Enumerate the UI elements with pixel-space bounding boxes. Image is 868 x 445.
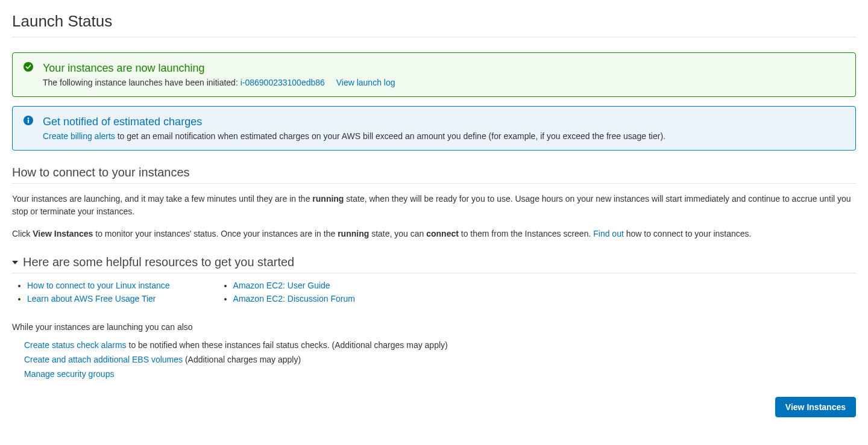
billing-info-alert: Get notified of estimated charges Create… (12, 106, 856, 151)
connect-paragraph-2: Click View Instances to monitor your ins… (12, 228, 856, 240)
connect-paragraph-1: Your instances are launching, and it may… (12, 193, 856, 218)
view-launch-log-link[interactable]: View launch log (336, 78, 395, 87)
success-body-prefix: The following instance launches have bee… (43, 78, 241, 87)
info-body-suffix: to get an email notification when estima… (115, 131, 665, 141)
success-alert-title: Your instances are now launching (43, 62, 843, 75)
resources-columns: How to connect to your Linux instance Le… (12, 281, 856, 307)
footer-actions: View Instances (12, 397, 856, 417)
create-status-check-alarms-link[interactable]: Create status check alarms (24, 340, 127, 350)
create-billing-alerts-link[interactable]: Create billing alerts (43, 131, 115, 141)
action-item-security-groups: Manage security groups (24, 369, 856, 379)
while-launching-intro: While your instances are launching you c… (12, 322, 856, 332)
resource-link-linux-connect[interactable]: How to connect to your Linux instance (27, 281, 170, 290)
info-alert-title: Get notified of estimated charges (43, 116, 843, 128)
create-ebs-volumes-link[interactable]: Create and attach additional EBS volumes (24, 355, 183, 364)
instance-id-link[interactable]: i-086900233100edb86 (241, 78, 325, 87)
view-instances-button[interactable]: View Instances (775, 397, 856, 417)
page-title: Launch Status (12, 12, 856, 37)
resources-col-2: Amazon EC2: User Guide Amazon EC2: Discu… (218, 281, 355, 307)
check-circle-icon (24, 62, 34, 73)
find-out-link[interactable]: Find out (593, 229, 624, 238)
resources-collapsible-header[interactable]: Here are some helpful resources to get y… (12, 255, 856, 273)
info-alert-body: Create billing alerts to get an email no… (43, 131, 843, 141)
resource-link-discussion-forum[interactable]: Amazon EC2: Discussion Forum (233, 294, 355, 303)
info-circle-icon (24, 116, 34, 126)
caret-down-icon (12, 261, 18, 264)
svg-point-2 (28, 117, 30, 119)
svg-rect-3 (28, 120, 29, 123)
action-item-status-alarms: Create status check alarms to be notifie… (24, 340, 856, 350)
while-launching-actions: Create status check alarms to be notifie… (12, 340, 856, 379)
resources-col-1: How to connect to your Linux instance Le… (12, 281, 170, 307)
manage-security-groups-link[interactable]: Manage security groups (24, 369, 114, 379)
action-item-ebs-volumes: Create and attach additional EBS volumes… (24, 355, 856, 364)
resources-title: Here are some helpful resources to get y… (23, 255, 294, 269)
svg-point-0 (24, 62, 33, 72)
connect-section-title: How to connect to your instances (12, 166, 856, 184)
resource-link-free-tier[interactable]: Learn about AWS Free Usage Tier (27, 294, 156, 303)
success-alert-body: The following instance launches have bee… (43, 78, 843, 87)
resource-link-user-guide[interactable]: Amazon EC2: User Guide (233, 281, 330, 290)
launch-success-alert: Your instances are now launching The fol… (12, 52, 856, 97)
